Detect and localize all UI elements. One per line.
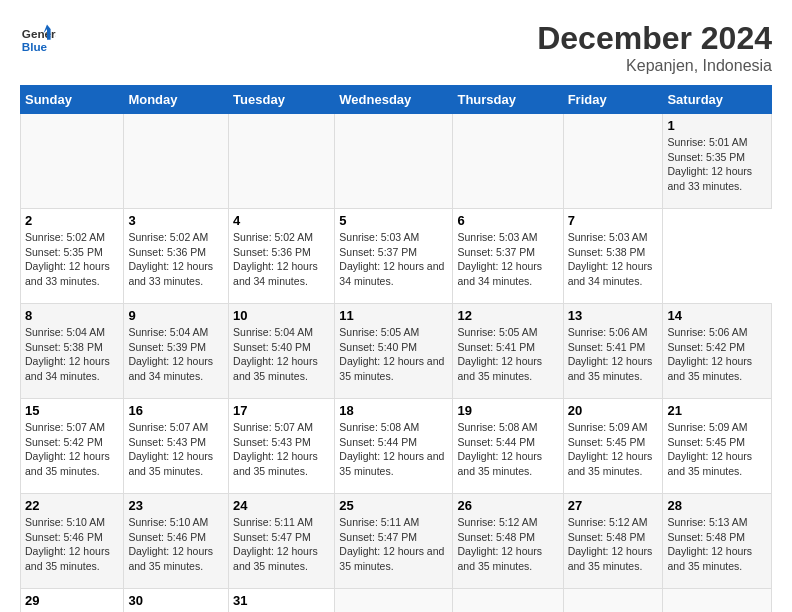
- day-number: 24: [233, 498, 330, 513]
- day-number: 6: [457, 213, 558, 228]
- column-header-sunday: Sunday: [21, 86, 124, 114]
- day-info: Sunrise: 5:11 AMSunset: 5:47 PMDaylight:…: [233, 515, 330, 574]
- day-number: 20: [568, 403, 659, 418]
- calendar-week-row: 8Sunrise: 5:04 AMSunset: 5:38 PMDaylight…: [21, 304, 772, 399]
- calendar-cell: 8Sunrise: 5:04 AMSunset: 5:38 PMDaylight…: [21, 304, 124, 399]
- day-number: 1: [667, 118, 767, 133]
- column-header-wednesday: Wednesday: [335, 86, 453, 114]
- day-info: Sunrise: 5:03 AMSunset: 5:37 PMDaylight:…: [339, 230, 448, 289]
- calendar-cell: 27Sunrise: 5:12 AMSunset: 5:48 PMDayligh…: [563, 494, 663, 589]
- day-info: Sunrise: 5:03 AMSunset: 5:38 PMDaylight:…: [568, 230, 659, 289]
- calendar-cell: 9Sunrise: 5:04 AMSunset: 5:39 PMDaylight…: [124, 304, 229, 399]
- day-info: Sunrise: 5:11 AMSunset: 5:47 PMDaylight:…: [339, 515, 448, 574]
- page-subtitle: Kepanjen, Indonesia: [537, 57, 772, 75]
- svg-text:Blue: Blue: [22, 40, 48, 53]
- calendar-week-row: 1Sunrise: 5:01 AMSunset: 5:35 PMDaylight…: [21, 114, 772, 209]
- day-info: Sunrise: 5:07 AMSunset: 5:42 PMDaylight:…: [25, 420, 119, 479]
- day-number: 31: [233, 593, 330, 608]
- calendar-cell: 26Sunrise: 5:12 AMSunset: 5:48 PMDayligh…: [453, 494, 563, 589]
- day-info: Sunrise: 5:06 AMSunset: 5:42 PMDaylight:…: [667, 325, 767, 384]
- calendar-cell: 6Sunrise: 5:03 AMSunset: 5:37 PMDaylight…: [453, 209, 563, 304]
- calendar-cell: 22Sunrise: 5:10 AMSunset: 5:46 PMDayligh…: [21, 494, 124, 589]
- day-info: Sunrise: 5:02 AMSunset: 5:35 PMDaylight:…: [25, 230, 119, 289]
- day-number: 3: [128, 213, 224, 228]
- day-number: 12: [457, 308, 558, 323]
- day-number: 13: [568, 308, 659, 323]
- day-number: 2: [25, 213, 119, 228]
- calendar-cell: 1Sunrise: 5:01 AMSunset: 5:35 PMDaylight…: [663, 114, 772, 209]
- day-info: Sunrise: 5:03 AMSunset: 5:37 PMDaylight:…: [457, 230, 558, 289]
- calendar-table: SundayMondayTuesdayWednesdayThursdayFrid…: [20, 85, 772, 612]
- day-info: Sunrise: 5:07 AMSunset: 5:43 PMDaylight:…: [128, 420, 224, 479]
- calendar-cell: [335, 114, 453, 209]
- day-info: Sunrise: 5:01 AMSunset: 5:35 PMDaylight:…: [667, 135, 767, 194]
- calendar-cell: 10Sunrise: 5:04 AMSunset: 5:40 PMDayligh…: [229, 304, 335, 399]
- day-number: 27: [568, 498, 659, 513]
- day-info: Sunrise: 5:04 AMSunset: 5:40 PMDaylight:…: [233, 325, 330, 384]
- calendar-cell: [335, 589, 453, 613]
- calendar-week-row: 15Sunrise: 5:07 AMSunset: 5:42 PMDayligh…: [21, 399, 772, 494]
- calendar-cell: 14Sunrise: 5:06 AMSunset: 5:42 PMDayligh…: [663, 304, 772, 399]
- day-number: 10: [233, 308, 330, 323]
- day-info: Sunrise: 5:04 AMSunset: 5:39 PMDaylight:…: [128, 325, 224, 384]
- calendar-cell: 20Sunrise: 5:09 AMSunset: 5:45 PMDayligh…: [563, 399, 663, 494]
- calendar-week-row: 29Sunrise: 5:14 AMSunset: 5:49 PMDayligh…: [21, 589, 772, 613]
- day-info: Sunrise: 5:09 AMSunset: 5:45 PMDaylight:…: [667, 420, 767, 479]
- svg-text:General: General: [22, 27, 56, 40]
- day-number: 30: [128, 593, 224, 608]
- day-info: Sunrise: 5:12 AMSunset: 5:48 PMDaylight:…: [457, 515, 558, 574]
- calendar-cell: 28Sunrise: 5:13 AMSunset: 5:48 PMDayligh…: [663, 494, 772, 589]
- page-title: December 2024: [537, 20, 772, 57]
- day-number: 5: [339, 213, 448, 228]
- day-number: 21: [667, 403, 767, 418]
- day-number: 9: [128, 308, 224, 323]
- calendar-cell: 31Sunrise: 5:15 AMSunset: 5:50 PMDayligh…: [229, 589, 335, 613]
- calendar-cell: [229, 114, 335, 209]
- day-number: 15: [25, 403, 119, 418]
- day-info: Sunrise: 5:10 AMSunset: 5:46 PMDaylight:…: [128, 515, 224, 574]
- calendar-cell: 17Sunrise: 5:07 AMSunset: 5:43 PMDayligh…: [229, 399, 335, 494]
- day-number: 8: [25, 308, 119, 323]
- calendar-cell: 19Sunrise: 5:08 AMSunset: 5:44 PMDayligh…: [453, 399, 563, 494]
- calendar-cell: 18Sunrise: 5:08 AMSunset: 5:44 PMDayligh…: [335, 399, 453, 494]
- calendar-cell: 5Sunrise: 5:03 AMSunset: 5:37 PMDaylight…: [335, 209, 453, 304]
- calendar-cell: [21, 114, 124, 209]
- day-info: Sunrise: 5:02 AMSunset: 5:36 PMDaylight:…: [233, 230, 330, 289]
- day-info: Sunrise: 5:10 AMSunset: 5:46 PMDaylight:…: [25, 515, 119, 574]
- day-number: 18: [339, 403, 448, 418]
- calendar-cell: 21Sunrise: 5:09 AMSunset: 5:45 PMDayligh…: [663, 399, 772, 494]
- day-number: 29: [25, 593, 119, 608]
- day-info: Sunrise: 5:12 AMSunset: 5:48 PMDaylight:…: [568, 515, 659, 574]
- calendar-cell: 23Sunrise: 5:10 AMSunset: 5:46 PMDayligh…: [124, 494, 229, 589]
- calendar-cell: [563, 114, 663, 209]
- calendar-cell: 7Sunrise: 5:03 AMSunset: 5:38 PMDaylight…: [563, 209, 663, 304]
- calendar-cell: 11Sunrise: 5:05 AMSunset: 5:40 PMDayligh…: [335, 304, 453, 399]
- calendar-cell: [663, 589, 772, 613]
- day-number: 22: [25, 498, 119, 513]
- calendar-cell: 30Sunrise: 5:14 AMSunset: 5:49 PMDayligh…: [124, 589, 229, 613]
- day-number: 25: [339, 498, 448, 513]
- day-number: 28: [667, 498, 767, 513]
- column-header-saturday: Saturday: [663, 86, 772, 114]
- calendar-cell: 24Sunrise: 5:11 AMSunset: 5:47 PMDayligh…: [229, 494, 335, 589]
- column-header-tuesday: Tuesday: [229, 86, 335, 114]
- day-info: Sunrise: 5:07 AMSunset: 5:43 PMDaylight:…: [233, 420, 330, 479]
- day-info: Sunrise: 5:13 AMSunset: 5:48 PMDaylight:…: [667, 515, 767, 574]
- day-info: Sunrise: 5:08 AMSunset: 5:44 PMDaylight:…: [457, 420, 558, 479]
- logo-icon: General Blue: [20, 20, 56, 56]
- day-number: 23: [128, 498, 224, 513]
- day-number: 7: [568, 213, 659, 228]
- day-info: Sunrise: 5:05 AMSunset: 5:40 PMDaylight:…: [339, 325, 448, 384]
- calendar-cell: 13Sunrise: 5:06 AMSunset: 5:41 PMDayligh…: [563, 304, 663, 399]
- calendar-cell: [124, 114, 229, 209]
- day-info: Sunrise: 5:05 AMSunset: 5:41 PMDaylight:…: [457, 325, 558, 384]
- title-block: December 2024 Kepanjen, Indonesia: [537, 20, 772, 75]
- calendar-cell: 16Sunrise: 5:07 AMSunset: 5:43 PMDayligh…: [124, 399, 229, 494]
- calendar-cell: [563, 589, 663, 613]
- calendar-week-row: 2Sunrise: 5:02 AMSunset: 5:35 PMDaylight…: [21, 209, 772, 304]
- day-info: Sunrise: 5:09 AMSunset: 5:45 PMDaylight:…: [568, 420, 659, 479]
- calendar-cell: 2Sunrise: 5:02 AMSunset: 5:35 PMDaylight…: [21, 209, 124, 304]
- calendar-header-row: SundayMondayTuesdayWednesdayThursdayFrid…: [21, 86, 772, 114]
- column-header-friday: Friday: [563, 86, 663, 114]
- calendar-cell: 29Sunrise: 5:14 AMSunset: 5:49 PMDayligh…: [21, 589, 124, 613]
